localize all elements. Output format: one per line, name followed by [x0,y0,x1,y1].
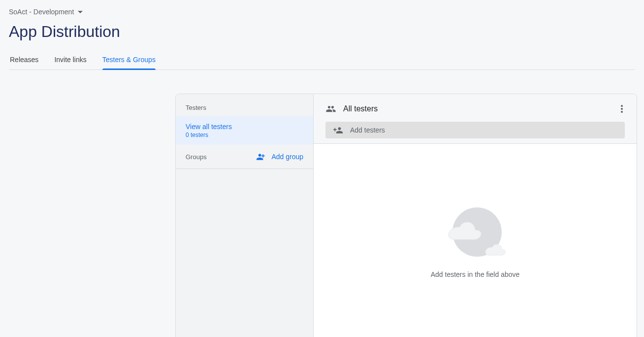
sidebar-header-testers: Testers [176,94,313,116]
cloud-icon [484,243,506,256]
group-add-icon [257,153,266,160]
main-header: All testers [314,94,637,122]
group-icon [325,105,336,112]
tab-invite-links[interactable]: Invite links [54,51,86,69]
empty-illustration [447,207,504,257]
svg-point-2 [621,111,623,113]
person-add-icon [333,127,343,134]
sidebar-header-groups: Groups [186,153,207,161]
svg-point-0 [621,105,623,107]
tabs: Releases Invite links Testers & Groups [9,51,635,70]
main-title: All testers [343,104,378,113]
sidebar-item-subtitle: 0 testers [186,132,303,138]
add-testers-input-wrapper[interactable] [325,122,625,138]
tab-releases[interactable]: Releases [10,51,38,69]
empty-state-text: Add testers in the field above [431,270,520,278]
tab-testers-groups[interactable]: Testers & Groups [102,51,156,69]
add-testers-input[interactable] [350,126,617,134]
project-selector[interactable]: SoAct - Development [9,6,83,18]
page-title: App Distribution [9,23,635,41]
testers-panel: Testers View all testers 0 testers Group… [175,94,637,337]
project-name: SoAct - Development [9,8,74,16]
empty-state: Add testers in the field above [314,143,637,337]
more-vert-icon [621,105,623,113]
more-options-button[interactable] [619,103,625,115]
sidebar-item-title: View all testers [186,123,303,131]
main-area: All testers [314,94,637,337]
cloud-icon [447,220,482,240]
sidebar-item-view-all-testers[interactable]: View all testers 0 testers [176,116,313,145]
dropdown-arrow-icon [78,11,83,13]
svg-point-1 [621,108,623,110]
add-group-button[interactable]: Add group [257,153,303,161]
sidebar-groups-row: Groups Add group [176,145,313,169]
add-group-label: Add group [271,153,303,161]
sidebar: Testers View all testers 0 testers Group… [176,94,314,337]
